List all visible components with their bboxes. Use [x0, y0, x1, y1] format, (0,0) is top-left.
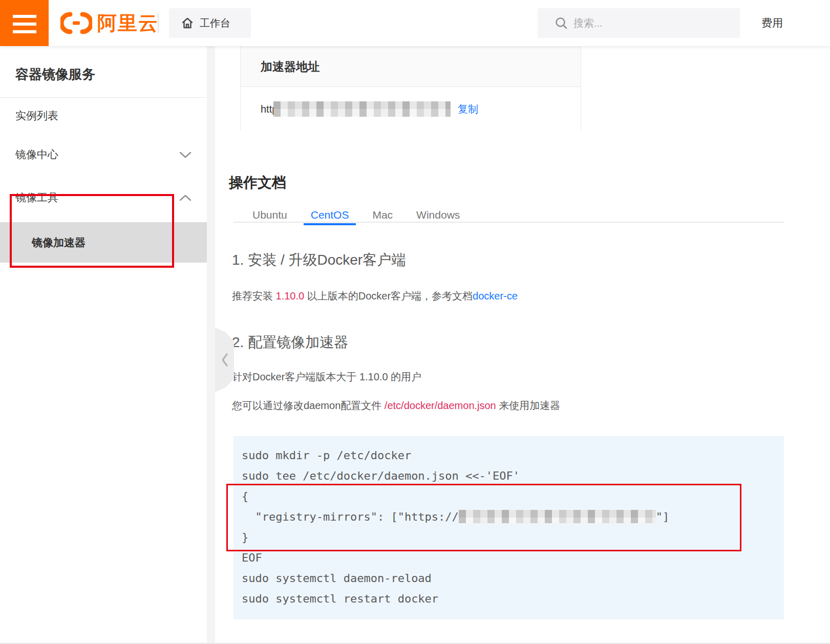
section1-heading: 1. 安装 / 升级Docker客户端: [232, 250, 406, 270]
docs-tabs: Ubuntu CentOS Mac Windows: [252, 208, 460, 222]
sidebar-item-image-center[interactable]: 镜像中心: [0, 142, 207, 167]
sidebar-item-instance-list[interactable]: 实例列表: [0, 103, 207, 128]
section2-line1: 针对Docker客户端版本大于 1.10.0 的用户: [232, 370, 421, 384]
tab-windows[interactable]: Windows: [416, 208, 460, 222]
section2-line2-prefix: 您可以通过修改daemon配置文件: [232, 400, 385, 411]
card-body: https:// 复制: [241, 88, 581, 131]
search-input[interactable]: [573, 8, 735, 38]
workbench-button[interactable]: 工作台: [169, 8, 251, 38]
docker-ce-link[interactable]: docker-ce: [473, 290, 518, 302]
home-icon: [181, 17, 194, 29]
sidebar-item-image-accelerator[interactable]: 镜像加速器: [0, 222, 207, 263]
sidebar-item-label: 镜像加速器: [32, 235, 86, 250]
docs-title: 操作文档: [229, 173, 286, 192]
section1-paragraph: 推荐安装 1.10.0 以上版本的Docker客户端，参考文档docker-ce: [232, 289, 518, 303]
main-content: 加速器地址 https:// 复制 操作文档 Ubuntu CentOS Mac…: [215, 46, 830, 644]
code-line-tee: sudo tee /etc/docker/daemon.json <<-'EOF…: [242, 466, 784, 486]
section1-text-prefix: 推荐安装: [232, 290, 276, 302]
sidebar-item-label: 镜像中心: [15, 147, 58, 162]
topbar: 阿里云 工作台 费用: [0, 0, 830, 46]
aliyun-logo-text: 阿里云: [97, 10, 159, 36]
code-line-mkdir: sudo mkdir -p /etc/docker: [242, 445, 784, 466]
sidebar-item-label: 实例列表: [15, 109, 58, 123]
copy-link[interactable]: 复制: [458, 102, 478, 116]
daemon-json-path: /etc/docker/daemon.json: [385, 400, 496, 411]
topbar-search: [538, 8, 740, 38]
section2-heading: 2. 配置镜像加速器: [232, 333, 348, 352]
code-registry-prefix: "registry-mirrors": ["https://: [242, 510, 459, 523]
tab-centos[interactable]: CentOS: [311, 208, 349, 222]
sidebar-gutter: [207, 46, 215, 644]
sidebar: 容器镜像服务 实例列表 镜像中心 镜像工具 镜像加速器: [0, 46, 207, 644]
version-number: 1.10.0: [276, 290, 305, 302]
section2-line2-suffix: 来使用加速器: [496, 400, 561, 411]
sidebar-divider: [0, 97, 207, 98]
workbench-label: 工作台: [200, 16, 230, 30]
code-line-eof: EOF: [242, 548, 784, 568]
code-line-open-brace: {: [242, 486, 784, 507]
sidebar-item-label: 镜像工具: [15, 190, 58, 205]
redacted-url-mosaic: [273, 101, 451, 117]
sidebar-title: 容器镜像服务: [15, 66, 95, 83]
billing-link[interactable]: 费用: [761, 0, 783, 46]
accelerator-address-card: 加速器地址 https:// 复制: [240, 46, 581, 131]
chevron-up-icon: [178, 194, 193, 202]
hamburger-menu-button[interactable]: [0, 0, 49, 46]
section2-line2: 您可以通过修改daemon配置文件 /etc/docker/daemon.jso…: [232, 399, 560, 413]
code-block: sudo mkdir -p /etc/docker sudo tee /etc/…: [233, 436, 784, 619]
code-redacted-mosaic: [459, 510, 656, 523]
code-line-close-brace: }: [242, 527, 784, 548]
sidebar-item-image-tools[interactable]: 镜像工具: [0, 185, 207, 210]
code-line-registry: "registry-mirrors": ["https://"]: [242, 507, 784, 527]
chevron-left-icon: [221, 352, 229, 368]
code-registry-suffix: "]: [656, 510, 670, 523]
aliyun-bracket-icon: [60, 12, 92, 34]
section1-text-suffix: 以上版本的Docker客户端，参考文档: [304, 290, 473, 302]
topbar-divider: [158, 13, 159, 33]
tab-ubuntu[interactable]: Ubuntu: [252, 208, 287, 222]
tab-mac[interactable]: Mac: [372, 208, 393, 222]
aliyun-console-screen: 阿里云 工作台 费用 容器镜像服务 实例列表 镜像中心: [0, 0, 830, 644]
aliyun-logo[interactable]: 阿里云: [60, 0, 159, 46]
code-line-restart: sudo systemctl restart docker: [242, 589, 784, 609]
chevron-down-icon: [178, 151, 193, 159]
card-header: 加速器地址: [241, 46, 581, 87]
tabs-underline: [233, 222, 784, 223]
code-line-reload: sudo systemctl daemon-reload: [242, 568, 784, 589]
card-header-title: 加速器地址: [261, 58, 320, 74]
search-icon: [555, 16, 568, 30]
